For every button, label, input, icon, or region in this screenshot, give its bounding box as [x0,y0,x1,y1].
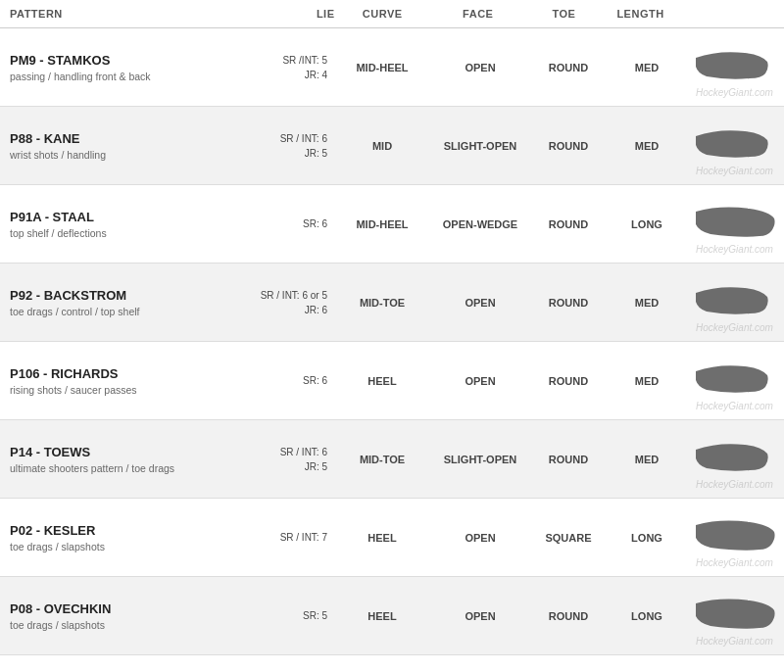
stick-blade-icon [691,510,779,564]
pattern-desc: ultimate shooters pattern / toe drags [10,462,245,474]
pattern-desc: wrist shots / handling [10,149,245,161]
col-curve: HEEL [333,499,431,576]
pattern-name: P91A - STAAL [10,210,245,224]
col-length: MED [608,264,686,341]
col-toe: ROUND [529,264,608,341]
pattern-name: P14 - TOEWS [10,445,245,459]
pattern-row: PM9 - STAMKOSpassing / handling front & … [0,28,784,107]
col-curve: HEEL [333,342,431,419]
col-header-toe: TOE [526,8,603,20]
col-face: OPEN [431,577,529,654]
col-pattern: P02 - KESLERtoe drags / slapshots [0,499,255,576]
col-lie: SR: 6 [255,342,333,419]
pattern-desc: passing / handling front & back [10,71,245,82]
col-lie: SR /INT: 5JR: 4 [255,28,333,106]
col-length: LONG [608,577,686,654]
pattern-desc: rising shots / saucer passes [10,384,245,396]
lie-jr: JR: 5 [305,459,327,474]
pattern-row: P106 - RICHARDSrising shots / saucer pas… [0,342,784,420]
col-toe: ROUND [529,420,608,498]
lie-jr: JR: 6 [305,303,327,317]
pattern-row: P88 - KANEwrist shots / handlingSR / INT… [0,107,784,185]
lie-sr: SR / INT: 6 or 5 [261,288,327,303]
lie-sr: SR / INT: 6 [280,131,327,146]
pattern-row: P91A - STAALtop shelf / deflectionsSR: 6… [0,185,784,264]
col-stick: HockeyGiant.com [686,342,784,419]
col-curve: MID-HEEL [333,28,431,106]
pattern-desc: toe drags / control / top shelf [10,306,245,317]
pattern-name: P106 - RICHARDS [10,366,245,381]
col-header-pattern: PATTERN [10,8,259,20]
col-toe: ROUND [529,28,608,106]
col-curve: MID [333,107,431,184]
col-face: OPEN [431,28,529,106]
col-toe: ROUND [529,342,608,419]
col-pattern: PM9 - STAMKOSpassing / handling front & … [0,28,255,106]
lie-sr: SR: 6 [303,216,327,231]
lie-sr: SR / INT: 6 [280,445,327,459]
col-pattern: P91A - STAALtop shelf / deflections [0,185,255,263]
col-face: OPEN-WEDGE [431,185,529,263]
col-face: OPEN [431,264,529,341]
col-curve: MID-TOE [333,420,431,498]
col-stick: HockeyGiant.com [686,107,784,184]
pattern-table: PM9 - STAMKOSpassing / handling front & … [0,28,784,655]
col-length: MED [608,107,686,184]
col-length: MED [608,420,686,498]
col-toe: ROUND [529,185,608,263]
stick-blade-icon [691,197,779,251]
col-pattern: P14 - TOEWSultimate shooters pattern / t… [0,420,255,498]
col-face: SLIGHT-OPEN [431,107,529,184]
pattern-row: P14 - TOEWSultimate shooters pattern / t… [0,420,784,499]
col-toe: ROUND [529,577,608,654]
col-curve: HEEL [333,577,431,654]
col-lie: SR / INT: 6JR: 5 [255,107,333,184]
col-pattern: P88 - KANEwrist shots / handling [0,107,255,184]
col-stick: HockeyGiant.com [686,28,784,106]
col-lie: SR / INT: 6JR: 5 [255,420,333,498]
col-length: LONG [608,499,686,576]
col-stick: HockeyGiant.com [686,420,784,498]
lie-jr: JR: 4 [305,68,327,82]
col-header-face: FACE [430,8,526,20]
pattern-desc: toe drags / slapshots [10,541,245,552]
col-lie: SR / INT: 6 or 5JR: 6 [255,264,333,341]
lie-jr: JR: 5 [305,146,327,161]
pattern-name: P02 - KESLER [10,523,245,538]
col-lie: SR: 5 [255,577,333,654]
col-header-lie: LIE [259,8,335,20]
pattern-desc: toe drags / slapshots [10,619,245,631]
col-lie: SR / INT: 7 [255,499,333,576]
col-pattern: P92 - BACKSTROMtoe drags / control / top… [0,264,255,341]
pattern-name: PM9 - STAMKOS [10,53,245,68]
col-lie: SR: 6 [255,185,333,263]
col-header-length: LENGTH [603,8,679,20]
pattern-row: P02 - KESLERtoe drags / slapshotsSR / IN… [0,499,784,577]
col-stick: HockeyGiant.com [686,264,784,341]
stick-blade-icon [691,589,779,643]
col-stick: HockeyGiant.com [686,577,784,654]
stick-blade-icon [691,432,779,486]
col-length: MED [608,28,686,106]
stick-blade-icon [691,354,779,408]
stick-blade-icon [691,40,779,94]
pattern-name: P88 - KANE [10,131,245,146]
pattern-name: P92 - BACKSTROM [10,288,245,303]
col-pattern: P08 - OVECHKINtoe drags / slapshots [0,577,255,654]
col-curve: MID-HEEL [333,185,431,263]
stick-blade-icon [691,119,779,172]
col-face: SLIGHT-OPEN [431,420,529,498]
lie-sr: SR /INT: 5 [282,53,327,68]
col-face: OPEN [431,342,529,419]
col-length: LONG [608,185,686,263]
pattern-name: P08 - OVECHKIN [10,601,245,616]
col-stick: HockeyGiant.com [686,499,784,576]
col-curve: MID-TOE [333,264,431,341]
col-stick: HockeyGiant.com [686,185,784,263]
pattern-row: P92 - BACKSTROMtoe drags / control / top… [0,264,784,342]
stick-blade-icon [691,275,779,329]
pattern-desc: top shelf / deflections [10,227,245,239]
lie-sr: SR: 5 [303,608,327,623]
header-row: PATTERN LIE CURVE FACE TOE LENGTH [0,0,784,28]
lie-sr: SR / INT: 7 [280,530,327,545]
